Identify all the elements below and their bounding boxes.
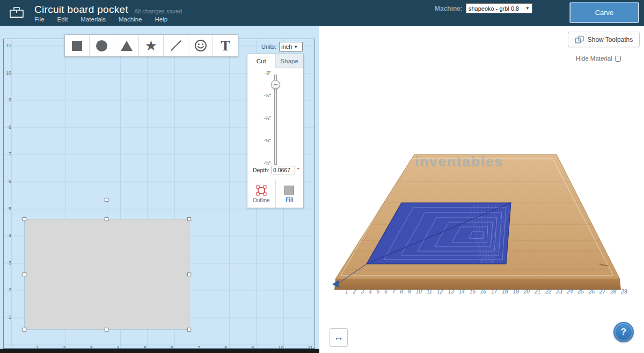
minus-icon bbox=[274, 84, 277, 85]
help-button[interactable]: ? bbox=[613, 322, 634, 342]
ruler-number: 11 bbox=[427, 289, 432, 295]
shape-toolbar: ★ T bbox=[64, 34, 238, 57]
chevron-down-icon: ▼ bbox=[525, 6, 530, 11]
depth-tick-label: -0" bbox=[252, 71, 271, 75]
resize-handle-sw[interactable] bbox=[23, 328, 26, 332]
circle-icon bbox=[96, 40, 107, 52]
selected-rectangle-shape[interactable] bbox=[24, 219, 189, 330]
units-label: Units: bbox=[261, 43, 276, 50]
outline-option[interactable]: Outline bbox=[247, 180, 275, 208]
ruler-number: 9 bbox=[408, 289, 411, 295]
toolpaths-layers-icon bbox=[575, 35, 584, 44]
pen-line-icon bbox=[171, 40, 181, 51]
project-title[interactable]: Circuit board pocket bbox=[34, 4, 128, 16]
menu-item[interactable]: Materials bbox=[80, 16, 106, 23]
smiley-tool-button[interactable] bbox=[188, 35, 213, 56]
cut-style-options: Outline Fill bbox=[247, 180, 303, 208]
main-menu: FileEditMaterialsMachineHelp bbox=[34, 16, 167, 23]
hide-material-control: Hide Material bbox=[576, 55, 621, 62]
ruler-number: 20 bbox=[524, 289, 530, 295]
preview-ruler: 1234567891011121314151617181920212223242… bbox=[345, 289, 627, 295]
ruler-number: 19 bbox=[513, 289, 519, 295]
triangle-tool-button[interactable] bbox=[114, 35, 139, 56]
cut-shape-tabs: Cut Shape bbox=[247, 54, 303, 68]
machine-select-value: shapeoko - grbl 0.8 bbox=[469, 5, 525, 12]
ruler-number: 5 bbox=[5, 206, 11, 211]
show-toolpaths-button[interactable]: Show Toolpaths bbox=[568, 32, 640, 47]
outline-icon bbox=[256, 185, 267, 196]
carve-button[interactable]: Carve bbox=[570, 3, 639, 23]
bottom-edge-strip bbox=[0, 349, 319, 353]
easel-app: Circuit board pocket All changes saved F… bbox=[0, 0, 644, 353]
ruler-number: 4 bbox=[369, 289, 372, 295]
ruler-number: 17 bbox=[491, 289, 497, 295]
depth-tick-label: -⅜" bbox=[252, 138, 271, 143]
ruler-number: 28 bbox=[610, 289, 616, 295]
ruler-number: 27 bbox=[599, 289, 605, 295]
resize-handle-w[interactable] bbox=[23, 273, 26, 276]
ruler-number: 26 bbox=[589, 289, 595, 295]
tab-shape[interactable]: Shape bbox=[275, 54, 304, 68]
menu-item[interactable]: File bbox=[34, 16, 45, 23]
resize-handle-s[interactable] bbox=[105, 328, 108, 332]
circle-tool-button[interactable] bbox=[90, 35, 114, 56]
pen-tool-button[interactable] bbox=[164, 35, 188, 56]
ruler-number: 24 bbox=[567, 289, 573, 295]
tab-cut[interactable]: Cut bbox=[247, 54, 275, 68]
rotation-handle[interactable] bbox=[105, 198, 108, 202]
fill-option[interactable]: Fill bbox=[275, 180, 304, 208]
ruler-number: 12 bbox=[437, 289, 443, 295]
ruler-number: 1 bbox=[345, 289, 348, 295]
depth-unit: " bbox=[297, 167, 299, 173]
design-panel: 1110987654321 1234567891011 ★ bbox=[0, 26, 319, 353]
ruler-number: 8 bbox=[5, 124, 11, 130]
smiley-icon bbox=[194, 39, 207, 52]
triangle-icon bbox=[121, 41, 133, 51]
machine-select[interactable]: shapeoko - grbl 0.8 ▼ bbox=[466, 3, 532, 13]
resize-handle-e[interactable] bbox=[187, 273, 191, 276]
ruler-number: 10 bbox=[416, 289, 422, 295]
question-mark-icon: ? bbox=[621, 327, 626, 337]
ruler-number: 13 bbox=[448, 289, 453, 295]
ruler-number: 2 bbox=[5, 287, 11, 292]
header-bar: Circuit board pocket All changes saved F… bbox=[0, 0, 644, 26]
ruler-number: 10 bbox=[5, 70, 11, 76]
menu-item[interactable]: Machine bbox=[119, 16, 142, 23]
depth-tick-label: -⅛" bbox=[252, 93, 271, 98]
ruler-number: 25 bbox=[578, 289, 584, 295]
square-tool-button[interactable] bbox=[65, 35, 90, 56]
inventables-watermark: inventables bbox=[415, 153, 503, 170]
ruler-number: 6 bbox=[5, 179, 11, 184]
horizontal-arrows-icon: ↔ bbox=[334, 332, 344, 343]
ruler-number: 21 bbox=[535, 289, 540, 295]
units-select[interactable]: inch ▼ bbox=[279, 42, 303, 52]
fill-icon bbox=[284, 186, 294, 195]
ruler-number: 22 bbox=[545, 289, 551, 295]
star-tool-button[interactable]: ★ bbox=[139, 35, 164, 56]
ruler-number: 9 bbox=[5, 97, 11, 102]
easel-machine-logo-icon[interactable] bbox=[9, 5, 25, 19]
ruler-number: 23 bbox=[556, 289, 562, 295]
menu-item[interactable]: Edit bbox=[57, 16, 68, 23]
resize-handle-nw[interactable] bbox=[23, 217, 26, 221]
resize-handle-se[interactable] bbox=[187, 328, 191, 332]
menu-item[interactable]: Help bbox=[155, 16, 167, 23]
resize-handle-n[interactable] bbox=[105, 217, 108, 221]
ruler-number: 8 bbox=[400, 289, 403, 295]
square-icon bbox=[72, 41, 82, 51]
resize-handle-ne[interactable] bbox=[187, 217, 191, 221]
chevron-down-icon: ▼ bbox=[294, 45, 298, 49]
machine-label: Machine: bbox=[435, 5, 463, 12]
depth-input[interactable] bbox=[272, 166, 295, 174]
hide-material-label: Hide Material bbox=[576, 55, 612, 62]
cut-shape-panel: Cut Shape -0"-⅛"-¼"-⅜"-½" Depth: " bbox=[247, 54, 304, 208]
text-tool-button[interactable]: T bbox=[213, 35, 238, 56]
depth-slider-handle[interactable] bbox=[271, 80, 280, 89]
ruler-number: 14 bbox=[459, 289, 465, 295]
ruler-number: 29 bbox=[621, 289, 627, 295]
depth-label: Depth: bbox=[253, 167, 269, 173]
ruler-number: 7 bbox=[392, 289, 396, 295]
ruler-number: 2 bbox=[353, 289, 356, 295]
hide-material-checkbox[interactable] bbox=[615, 56, 621, 62]
expand-view-button[interactable]: ↔ bbox=[330, 328, 348, 347]
